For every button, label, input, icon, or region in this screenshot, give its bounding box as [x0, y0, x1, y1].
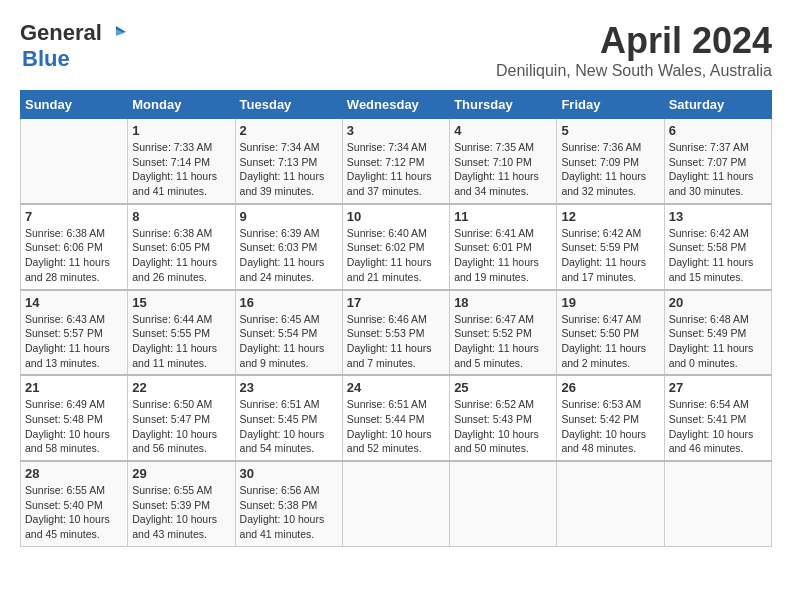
day-number: 1 — [132, 123, 230, 138]
day-info: Sunrise: 7:36 AM Sunset: 7:09 PM Dayligh… — [561, 140, 659, 199]
calendar-cell — [342, 461, 449, 546]
day-info: Sunrise: 6:50 AM Sunset: 5:47 PM Dayligh… — [132, 397, 230, 456]
day-number: 13 — [669, 209, 767, 224]
day-number: 15 — [132, 295, 230, 310]
calendar-week-row: 21Sunrise: 6:49 AM Sunset: 5:48 PM Dayli… — [21, 375, 772, 461]
calendar-cell — [450, 461, 557, 546]
day-number: 23 — [240, 380, 338, 395]
page-header: General Blue April 2024 Deniliquin, New … — [20, 20, 772, 80]
calendar-cell: 29Sunrise: 6:55 AM Sunset: 5:39 PM Dayli… — [128, 461, 235, 546]
day-info: Sunrise: 7:34 AM Sunset: 7:12 PM Dayligh… — [347, 140, 445, 199]
day-number: 3 — [347, 123, 445, 138]
day-info: Sunrise: 6:51 AM Sunset: 5:45 PM Dayligh… — [240, 397, 338, 456]
day-info: Sunrise: 6:43 AM Sunset: 5:57 PM Dayligh… — [25, 312, 123, 371]
calendar-cell: 6Sunrise: 7:37 AM Sunset: 7:07 PM Daylig… — [664, 119, 771, 204]
day-info: Sunrise: 6:38 AM Sunset: 6:05 PM Dayligh… — [132, 226, 230, 285]
calendar-cell: 8Sunrise: 6:38 AM Sunset: 6:05 PM Daylig… — [128, 204, 235, 290]
calendar-week-row: 7Sunrise: 6:38 AM Sunset: 6:06 PM Daylig… — [21, 204, 772, 290]
day-info: Sunrise: 6:41 AM Sunset: 6:01 PM Dayligh… — [454, 226, 552, 285]
logo-text-general: General — [20, 20, 102, 46]
calendar-cell: 3Sunrise: 7:34 AM Sunset: 7:12 PM Daylig… — [342, 119, 449, 204]
day-number: 18 — [454, 295, 552, 310]
calendar-cell: 22Sunrise: 6:50 AM Sunset: 5:47 PM Dayli… — [128, 375, 235, 461]
column-header-friday: Friday — [557, 91, 664, 119]
day-info: Sunrise: 6:42 AM Sunset: 5:59 PM Dayligh… — [561, 226, 659, 285]
calendar-week-row: 28Sunrise: 6:55 AM Sunset: 5:40 PM Dayli… — [21, 461, 772, 546]
calendar-cell — [557, 461, 664, 546]
day-info: Sunrise: 6:49 AM Sunset: 5:48 PM Dayligh… — [25, 397, 123, 456]
day-info: Sunrise: 6:45 AM Sunset: 5:54 PM Dayligh… — [240, 312, 338, 371]
day-number: 12 — [561, 209, 659, 224]
day-number: 10 — [347, 209, 445, 224]
calendar-cell: 17Sunrise: 6:46 AM Sunset: 5:53 PM Dayli… — [342, 290, 449, 376]
calendar-header-row: SundayMondayTuesdayWednesdayThursdayFrid… — [21, 91, 772, 119]
day-info: Sunrise: 6:52 AM Sunset: 5:43 PM Dayligh… — [454, 397, 552, 456]
day-number: 16 — [240, 295, 338, 310]
calendar-cell: 25Sunrise: 6:52 AM Sunset: 5:43 PM Dayli… — [450, 375, 557, 461]
calendar-cell: 23Sunrise: 6:51 AM Sunset: 5:45 PM Dayli… — [235, 375, 342, 461]
day-number: 14 — [25, 295, 123, 310]
page-subtitle: Deniliquin, New South Wales, Australia — [496, 62, 772, 80]
calendar-cell: 12Sunrise: 6:42 AM Sunset: 5:59 PM Dayli… — [557, 204, 664, 290]
calendar-cell: 18Sunrise: 6:47 AM Sunset: 5:52 PM Dayli… — [450, 290, 557, 376]
day-info: Sunrise: 6:42 AM Sunset: 5:58 PM Dayligh… — [669, 226, 767, 285]
calendar-cell: 26Sunrise: 6:53 AM Sunset: 5:42 PM Dayli… — [557, 375, 664, 461]
day-number: 5 — [561, 123, 659, 138]
day-number: 25 — [454, 380, 552, 395]
title-block: April 2024 Deniliquin, New South Wales, … — [496, 20, 772, 80]
day-info: Sunrise: 6:40 AM Sunset: 6:02 PM Dayligh… — [347, 226, 445, 285]
day-info: Sunrise: 6:44 AM Sunset: 5:55 PM Dayligh… — [132, 312, 230, 371]
day-number: 2 — [240, 123, 338, 138]
day-info: Sunrise: 6:47 AM Sunset: 5:52 PM Dayligh… — [454, 312, 552, 371]
calendar-cell: 14Sunrise: 6:43 AM Sunset: 5:57 PM Dayli… — [21, 290, 128, 376]
calendar-cell: 30Sunrise: 6:56 AM Sunset: 5:38 PM Dayli… — [235, 461, 342, 546]
day-info: Sunrise: 6:55 AM Sunset: 5:40 PM Dayligh… — [25, 483, 123, 542]
day-number: 8 — [132, 209, 230, 224]
column-header-wednesday: Wednesday — [342, 91, 449, 119]
day-info: Sunrise: 7:34 AM Sunset: 7:13 PM Dayligh… — [240, 140, 338, 199]
day-number: 6 — [669, 123, 767, 138]
calendar-cell: 5Sunrise: 7:36 AM Sunset: 7:09 PM Daylig… — [557, 119, 664, 204]
day-number: 26 — [561, 380, 659, 395]
calendar-cell: 11Sunrise: 6:41 AM Sunset: 6:01 PM Dayli… — [450, 204, 557, 290]
logo-text-blue: Blue — [22, 46, 70, 72]
day-info: Sunrise: 6:47 AM Sunset: 5:50 PM Dayligh… — [561, 312, 659, 371]
calendar-table: SundayMondayTuesdayWednesdayThursdayFrid… — [20, 90, 772, 547]
day-info: Sunrise: 7:37 AM Sunset: 7:07 PM Dayligh… — [669, 140, 767, 199]
calendar-cell: 1Sunrise: 7:33 AM Sunset: 7:14 PM Daylig… — [128, 119, 235, 204]
day-number: 30 — [240, 466, 338, 481]
column-header-monday: Monday — [128, 91, 235, 119]
calendar-week-row: 14Sunrise: 6:43 AM Sunset: 5:57 PM Dayli… — [21, 290, 772, 376]
day-number: 4 — [454, 123, 552, 138]
calendar-cell: 20Sunrise: 6:48 AM Sunset: 5:49 PM Dayli… — [664, 290, 771, 376]
day-info: Sunrise: 7:33 AM Sunset: 7:14 PM Dayligh… — [132, 140, 230, 199]
day-number: 9 — [240, 209, 338, 224]
calendar-cell — [664, 461, 771, 546]
calendar-week-row: 1Sunrise: 7:33 AM Sunset: 7:14 PM Daylig… — [21, 119, 772, 204]
day-number: 7 — [25, 209, 123, 224]
day-number: 17 — [347, 295, 445, 310]
calendar-cell: 9Sunrise: 6:39 AM Sunset: 6:03 PM Daylig… — [235, 204, 342, 290]
day-number: 11 — [454, 209, 552, 224]
day-info: Sunrise: 7:35 AM Sunset: 7:10 PM Dayligh… — [454, 140, 552, 199]
day-info: Sunrise: 6:46 AM Sunset: 5:53 PM Dayligh… — [347, 312, 445, 371]
day-number: 29 — [132, 466, 230, 481]
calendar-cell: 2Sunrise: 7:34 AM Sunset: 7:13 PM Daylig… — [235, 119, 342, 204]
day-number: 22 — [132, 380, 230, 395]
logo: General Blue — [20, 20, 126, 72]
day-info: Sunrise: 6:54 AM Sunset: 5:41 PM Dayligh… — [669, 397, 767, 456]
calendar-cell: 16Sunrise: 6:45 AM Sunset: 5:54 PM Dayli… — [235, 290, 342, 376]
day-number: 20 — [669, 295, 767, 310]
day-number: 21 — [25, 380, 123, 395]
calendar-cell — [21, 119, 128, 204]
day-info: Sunrise: 6:48 AM Sunset: 5:49 PM Dayligh… — [669, 312, 767, 371]
day-info: Sunrise: 6:55 AM Sunset: 5:39 PM Dayligh… — [132, 483, 230, 542]
calendar-cell: 21Sunrise: 6:49 AM Sunset: 5:48 PM Dayli… — [21, 375, 128, 461]
column-header-tuesday: Tuesday — [235, 91, 342, 119]
day-info: Sunrise: 6:39 AM Sunset: 6:03 PM Dayligh… — [240, 226, 338, 285]
page-title: April 2024 — [496, 20, 772, 62]
calendar-cell: 4Sunrise: 7:35 AM Sunset: 7:10 PM Daylig… — [450, 119, 557, 204]
calendar-cell: 24Sunrise: 6:51 AM Sunset: 5:44 PM Dayli… — [342, 375, 449, 461]
logo-bird-icon — [104, 22, 126, 44]
column-header-thursday: Thursday — [450, 91, 557, 119]
